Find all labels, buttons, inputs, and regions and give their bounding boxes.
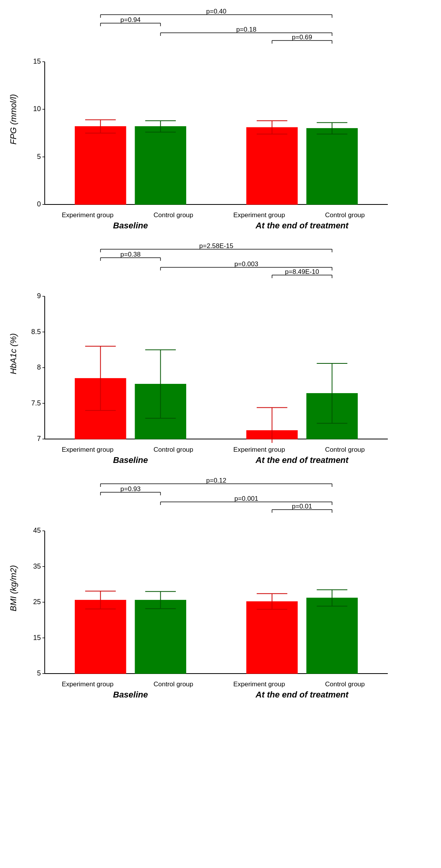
- x-group-bmi-0: Experiment groupControl groupBaseline: [45, 681, 216, 700]
- svg-text:10: 10: [33, 105, 41, 113]
- x-bar-label: Control group: [131, 211, 217, 219]
- svg-text:p=0.003: p=0.003: [234, 260, 258, 268]
- x-bar-label: Experiment group: [45, 211, 131, 219]
- svg-rect-14: [135, 127, 186, 204]
- chart-svg-fpg: 051015p=0.40p=0.94p=0.18p=0.69: [22, 8, 399, 208]
- x-bar-label: Control group: [302, 211, 388, 219]
- x-bar-label: Experiment group: [216, 446, 302, 454]
- svg-text:8: 8: [37, 363, 41, 371]
- svg-text:p=0.12: p=0.12: [206, 477, 226, 484]
- x-group-label: Baseline: [113, 455, 148, 465]
- svg-rect-102: [135, 600, 186, 674]
- x-bar-label: Experiment group: [216, 681, 302, 688]
- chart-panel-bmi: BMI (kg/m2) 515253545p=0.12p=0.93p=0.001…: [8, 477, 433, 700]
- chart-area-fpg: FPG (mmol/l) 051015p=0.40p=0.94p=0.18p=0…: [8, 8, 433, 231]
- svg-text:p=2.58E-15: p=2.58E-15: [199, 242, 233, 250]
- chart-panel-fpg: FPG (mmol/l) 051015p=0.40p=0.94p=0.18p=0…: [8, 8, 433, 231]
- svg-text:0: 0: [37, 200, 41, 208]
- x-bar-label: Control group: [131, 446, 217, 454]
- y-axis-label-hba1c: HbA1c (%): [8, 333, 19, 374]
- y-axis-label-bmi: BMI (kg/m2): [8, 565, 19, 611]
- svg-text:p=8.49E-10: p=8.49E-10: [285, 268, 319, 275]
- x-group-hba1c-1: Experiment groupControl groupAt the end …: [216, 446, 388, 465]
- svg-text:5: 5: [37, 669, 41, 677]
- svg-text:p=0.69: p=0.69: [292, 34, 312, 41]
- svg-text:p=0.40: p=0.40: [206, 8, 226, 15]
- svg-text:p=0.01: p=0.01: [292, 503, 312, 510]
- svg-text:p=0.93: p=0.93: [120, 485, 140, 493]
- svg-rect-98: [75, 600, 126, 674]
- svg-text:9: 9: [37, 292, 41, 300]
- x-group-fpg-1: Experiment groupControl groupAt the end …: [216, 211, 388, 231]
- x-group-label: At the end of treatment: [256, 690, 348, 700]
- x-group-fpg-0: Experiment groupControl groupBaseline: [45, 211, 216, 231]
- svg-rect-110: [306, 598, 357, 674]
- x-bar-label: Experiment group: [45, 681, 131, 688]
- svg-text:5: 5: [37, 153, 41, 160]
- chart-inner-fpg: 051015p=0.40p=0.94p=0.18p=0.69 Experimen…: [22, 8, 433, 231]
- x-group-bmi-1: Experiment groupControl groupAt the end …: [216, 681, 388, 700]
- x-bar-label: Experiment group: [45, 446, 131, 454]
- svg-text:45: 45: [33, 527, 41, 534]
- svg-rect-10: [75, 127, 126, 204]
- svg-text:7.5: 7.5: [31, 399, 41, 407]
- svg-text:p=0.38: p=0.38: [120, 251, 140, 258]
- x-bar-label: Control group: [131, 681, 217, 688]
- x-bar-label: Control group: [302, 446, 388, 454]
- y-axis-label-fpg: FPG (mmol/l): [8, 94, 19, 145]
- chart-svg-hba1c: 77.588.59p=2.58E-15p=0.38p=0.003p=8.49E-…: [22, 242, 399, 443]
- svg-text:p=0.94: p=0.94: [120, 16, 140, 24]
- x-group-hba1c-0: Experiment groupControl groupBaseline: [45, 446, 216, 465]
- svg-text:25: 25: [33, 598, 41, 606]
- x-bar-label: Control group: [302, 681, 388, 688]
- svg-text:7: 7: [37, 435, 41, 442]
- chart-svg-bmi: 515253545p=0.12p=0.93p=0.001p=0.01: [22, 477, 399, 677]
- x-bar-label: Experiment group: [216, 211, 302, 219]
- svg-text:p=0.001: p=0.001: [234, 495, 258, 502]
- svg-text:p=0.18: p=0.18: [236, 26, 256, 33]
- svg-text:15: 15: [33, 634, 41, 642]
- svg-rect-106: [246, 601, 297, 674]
- chart-area-bmi: BMI (kg/m2) 515253545p=0.12p=0.93p=0.001…: [8, 477, 433, 700]
- x-group-label: Baseline: [113, 221, 148, 231]
- chart-area-hba1c: HbA1c (%) 77.588.59p=2.58E-15p=0.38p=0.0…: [8, 242, 433, 465]
- svg-rect-22: [306, 128, 357, 204]
- svg-text:8.5: 8.5: [31, 328, 41, 336]
- x-group-label: Baseline: [113, 690, 148, 700]
- chart-inner-bmi: 515253545p=0.12p=0.93p=0.001p=0.01 Exper…: [22, 477, 433, 700]
- x-group-label: At the end of treatment: [256, 221, 348, 231]
- chart-panel-hba1c: HbA1c (%) 77.588.59p=2.58E-15p=0.38p=0.0…: [8, 242, 433, 465]
- svg-rect-18: [246, 127, 297, 204]
- svg-text:35: 35: [33, 562, 41, 570]
- svg-text:15: 15: [33, 57, 41, 65]
- x-group-label: At the end of treatment: [256, 455, 348, 465]
- chart-inner-hba1c: 77.588.59p=2.58E-15p=0.38p=0.003p=8.49E-…: [22, 242, 433, 465]
- charts-container: FPG (mmol/l) 051015p=0.40p=0.94p=0.18p=0…: [8, 0, 433, 719]
